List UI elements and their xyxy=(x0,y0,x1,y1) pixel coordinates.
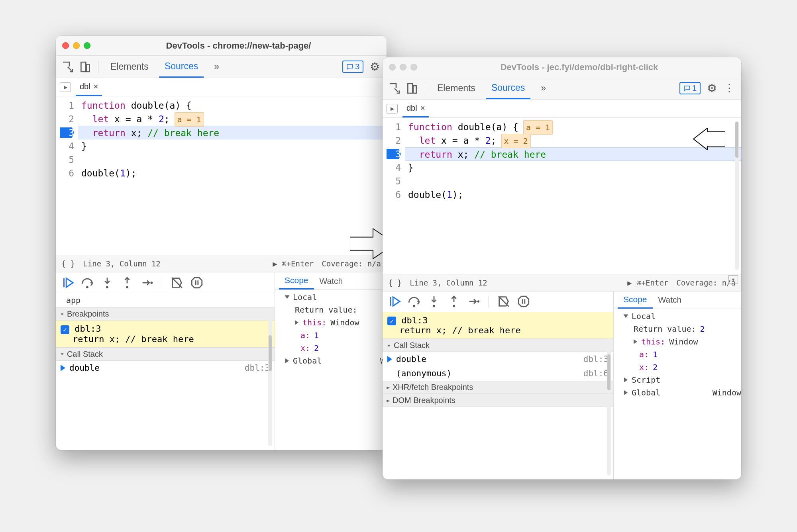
code-gutter[interactable]: 12 3 456 xyxy=(383,118,405,274)
zoom-icon[interactable] xyxy=(410,64,417,70)
code-editor[interactable]: 12 3 456 function double(a) {a = 1 let x… xyxy=(383,118,741,274)
brackets-icon[interactable]: { } xyxy=(61,259,75,268)
resume-icon[interactable] xyxy=(61,276,74,289)
navigator-icon[interactable]: ▶ xyxy=(387,104,398,113)
close-icon[interactable] xyxy=(62,42,69,49)
checkbox-icon[interactable]: ✓ xyxy=(61,325,69,334)
pause-exceptions-icon[interactable] xyxy=(517,295,530,308)
deactivate-breakpoints-icon[interactable] xyxy=(497,295,510,308)
file-tab-label: dbl xyxy=(80,82,90,91)
minimize-icon[interactable] xyxy=(400,64,406,70)
window-title: DevTools - chrome://new-tab-page/ xyxy=(97,41,380,51)
file-tab-label: dbl xyxy=(406,104,417,113)
issues-count: 1 xyxy=(692,84,697,93)
show-sidebar-icon[interactable]: ▾ xyxy=(728,275,738,284)
section-xhr-breakpoints[interactable]: XHR/fetch Breakpoints xyxy=(383,381,613,394)
debug-right: Scope Watch Local Return value: this: Wi… xyxy=(275,272,387,450)
scrollbar[interactable] xyxy=(735,121,739,270)
file-tab-dbl[interactable]: dbl × xyxy=(402,100,429,117)
resume-icon[interactable] xyxy=(387,295,401,308)
callout-arrow-icon xyxy=(693,128,725,150)
svg-point-3 xyxy=(151,282,153,284)
stack-frame[interactable]: double dbl:3 xyxy=(383,352,613,366)
debugger-pane: app Breakpoints ✓ dbl:3 return x; // bre… xyxy=(56,272,387,450)
section-call-stack[interactable]: Call Stack xyxy=(56,348,275,361)
tab-watch[interactable]: Watch xyxy=(653,291,687,309)
inline-hint: a = 1 xyxy=(523,120,553,135)
section-dom-breakpoints[interactable]: DOM Breakpoints xyxy=(383,394,613,407)
inspect-icon[interactable] xyxy=(388,82,401,95)
tab-sources[interactable]: Sources xyxy=(486,77,530,99)
svg-point-2 xyxy=(126,286,128,288)
tab-elements[interactable]: Elements xyxy=(105,56,154,78)
close-tab-icon[interactable]: × xyxy=(94,82,98,91)
svg-point-6 xyxy=(453,305,455,307)
step-into-icon[interactable] xyxy=(427,295,441,308)
tab-scope[interactable]: Scope xyxy=(279,272,314,289)
code-editor[interactable]: 12 3 456 function double(a) { let x = a … xyxy=(56,96,387,255)
kebab-menu-icon[interactable] xyxy=(723,82,736,95)
zoom-icon[interactable] xyxy=(84,42,90,49)
debug-left: ✓ dbl:3 return x; // break here Call Sta… xyxy=(383,291,614,479)
window-controls xyxy=(389,64,417,70)
breakpoint-marker[interactable]: 3 xyxy=(56,126,74,139)
step-out-icon[interactable] xyxy=(447,295,461,308)
inspect-icon[interactable] xyxy=(61,61,74,73)
inline-hint: a = 1 xyxy=(175,112,204,127)
file-tab-dbl[interactable]: dbl × xyxy=(76,78,102,96)
section-breakpoints[interactable]: Breakpoints xyxy=(56,307,275,321)
navigator-icon[interactable]: ▶ xyxy=(60,82,71,92)
device-icon[interactable] xyxy=(406,82,418,95)
debugger-pane: ✓ dbl:3 return x; // break here Call Sta… xyxy=(383,291,741,479)
step-over-icon[interactable] xyxy=(80,276,94,289)
code-gutter[interactable]: 12 3 456 xyxy=(56,96,78,255)
issues-count: 3 xyxy=(355,62,359,71)
step-icon[interactable] xyxy=(140,276,154,289)
section-call-stack[interactable]: Call Stack xyxy=(383,339,613,352)
debug-controls xyxy=(383,291,613,312)
tab-scope[interactable]: Scope xyxy=(618,291,653,309)
tab-watch[interactable]: Watch xyxy=(314,272,349,289)
run-button[interactable]: ▶ ⌘+Enter xyxy=(627,278,668,287)
main-toolbar: Elements Sources » 1 xyxy=(383,77,741,100)
brackets-icon[interactable]: { } xyxy=(388,278,402,287)
files-bar: ▶ dbl × xyxy=(56,78,387,96)
close-tab-icon[interactable]: × xyxy=(420,104,425,113)
window-controls xyxy=(62,42,90,49)
tab-more[interactable]: » xyxy=(535,77,552,99)
tab-sources[interactable]: Sources xyxy=(159,56,204,78)
step-icon[interactable] xyxy=(467,295,481,308)
device-icon[interactable] xyxy=(79,61,92,73)
editor-status-bar: { } Line 3, Column 12 ▶ ⌘+Enter Coverage… xyxy=(56,255,387,272)
minimize-icon[interactable] xyxy=(73,42,80,49)
scrollbar[interactable] xyxy=(268,319,272,446)
tab-more[interactable]: » xyxy=(208,56,225,78)
gear-icon[interactable] xyxy=(368,61,381,73)
code-lines: function double(a) {a = 1 let x = a * 2;… xyxy=(405,118,741,274)
tab-elements[interactable]: Elements xyxy=(432,77,481,99)
breakpoint-item[interactable]: ✓ dbl:3 return x; // break here xyxy=(56,321,275,348)
stack-frame[interactable]: (anonymous) dbl:6 xyxy=(383,366,613,381)
gear-icon[interactable] xyxy=(705,82,718,95)
files-bar: ▶ dbl × xyxy=(383,100,741,118)
close-icon[interactable] xyxy=(389,64,396,70)
step-over-icon[interactable] xyxy=(407,295,421,308)
pause-exceptions-icon[interactable] xyxy=(190,276,204,289)
scrollbar[interactable] xyxy=(607,338,611,475)
step-into-icon[interactable] xyxy=(100,276,114,289)
cursor-position: Line 3, Column 12 xyxy=(83,259,160,268)
checkbox-icon[interactable]: ✓ xyxy=(387,317,396,325)
breakpoint-marker[interactable]: 3 xyxy=(383,147,401,161)
run-button[interactable]: ▶ ⌘+Enter xyxy=(273,259,314,268)
issues-badge[interactable]: 3 xyxy=(342,61,363,73)
deactivate-breakpoints-icon[interactable] xyxy=(170,276,184,289)
issues-badge[interactable]: 1 xyxy=(679,82,701,94)
titlebar: DevTools - chrome://new-tab-page/ xyxy=(56,36,387,56)
step-out-icon[interactable] xyxy=(120,276,134,289)
current-frame-icon xyxy=(61,365,65,371)
breakpoint-item[interactable]: ✓ dbl:3 return x; // break here xyxy=(383,312,613,339)
separator xyxy=(98,61,98,73)
stack-frame[interactable]: double dbl:3 xyxy=(56,361,275,375)
current-frame-icon xyxy=(387,356,392,362)
svg-point-7 xyxy=(477,300,480,303)
